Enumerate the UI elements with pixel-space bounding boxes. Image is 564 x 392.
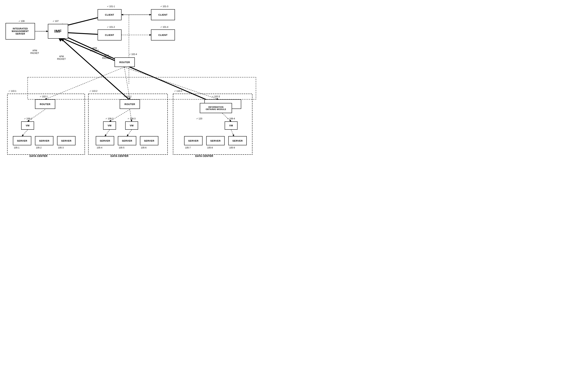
client-101-2: CLIENT <box>98 29 122 41</box>
ref-105-8: 105-8 <box>207 147 213 149</box>
svg-line-25 <box>231 130 234 136</box>
dc3-label: DATA CENTER <box>195 155 213 157</box>
svg-line-14 <box>59 37 217 104</box>
vm-106-3: VM <box>125 122 138 130</box>
server-105-4: SERVER <box>96 136 114 145</box>
ref-105-6: 105-6 <box>141 147 147 149</box>
diagram: DATA CENTER DATA CENTER DATA CENTER ⤶ 10… <box>0 0 282 196</box>
vm-106-4: VM <box>225 122 238 130</box>
server-105-3: SERVER <box>57 136 75 145</box>
client-101-4: CLIENT <box>151 29 175 41</box>
afm-packet-3: AFMPACKET <box>90 47 99 52</box>
ref-102-1: ⤶ 102-1 <box>40 95 48 98</box>
ref-106-2: ⤶ 106-2 <box>105 117 113 120</box>
router-102-1: ROUTER <box>35 99 55 109</box>
ref-105-2: 105-2 <box>36 147 42 149</box>
connections-svg <box>0 0 282 196</box>
server-105-7: SERVER <box>184 136 203 145</box>
router-102-4: ROUTER <box>114 57 135 67</box>
svg-line-17 <box>124 67 218 99</box>
ref-102-4: ⤶ 102-4 <box>129 53 137 55</box>
vm-106-2: VM <box>103 122 116 130</box>
server-105-2: SERVER <box>35 136 53 145</box>
ref-106-4: ⤶ 106-4 <box>227 117 235 120</box>
server-105-5: SERVER <box>118 136 136 145</box>
client-101-3: CLIENT <box>151 9 175 20</box>
svg-line-22 <box>22 130 28 136</box>
server-105-1: SERVER <box>13 136 31 145</box>
svg-line-23 <box>105 130 110 136</box>
ref-102-2: ⤶ 102-2 <box>123 95 131 98</box>
ref-101-4: ⤶ 101-4 <box>160 26 168 28</box>
svg-line-24 <box>127 130 132 136</box>
afm-packet-1: AFMPACKET <box>30 49 39 54</box>
ref-101-1: ⤶ 101-1 <box>107 5 115 8</box>
ref-105-3: 105-3 <box>58 147 64 149</box>
ref-107: ⤶ 107 <box>53 20 58 22</box>
ref-105-5: 105-5 <box>119 147 125 149</box>
ref-106-1: ⤶ 106-1 <box>24 117 32 120</box>
dc1-label: DATA CENTER <box>29 155 47 157</box>
router-102-2: ROUTER <box>120 99 140 109</box>
ref-105-9: 105-9 <box>229 147 235 149</box>
server-105-8: SERVER <box>206 136 225 145</box>
afm-packet-4: AFMPACKET <box>102 54 111 59</box>
client-101-1: CLIENT <box>98 9 122 20</box>
info-module: INFORMATIONOBTAINIG MODULE <box>200 103 232 113</box>
ref-102-3: ⤶ 102-3 <box>212 95 220 98</box>
ref-105-1: 105-1 <box>14 147 19 149</box>
vm-106-1: VM <box>21 122 34 130</box>
server-105-6: SERVER <box>140 136 158 145</box>
ref-105-4: 105-4 <box>97 147 102 149</box>
afm-packet-2: AFMPACKET <box>57 55 66 60</box>
ref-108: ⤶ 108 <box>18 20 25 22</box>
ref-105-7: 105-7 <box>185 147 191 149</box>
ref-101-2: ⤶ 101-2 <box>107 26 115 28</box>
ref-110-1: ⤶ 110-1 <box>8 90 16 92</box>
ref-110-2: ⤶ 110-2 <box>89 90 98 92</box>
svg-rect-3 <box>28 77 256 99</box>
ims-box: INTEGRATEDMANAGEMENTSERVER <box>5 23 35 40</box>
imf-box: IMF <box>48 24 68 39</box>
ref-110-3: ⤶ 110-3 <box>174 90 182 92</box>
dc2-label: DATA CENTER <box>111 155 128 157</box>
ref-106-3: ⤶ 106-3 <box>127 117 136 120</box>
ref-101-3: ⤶ 101-3 <box>160 5 168 8</box>
ref-120: ⤶ 120 <box>196 117 202 120</box>
server-105-9: SERVER <box>228 136 247 145</box>
